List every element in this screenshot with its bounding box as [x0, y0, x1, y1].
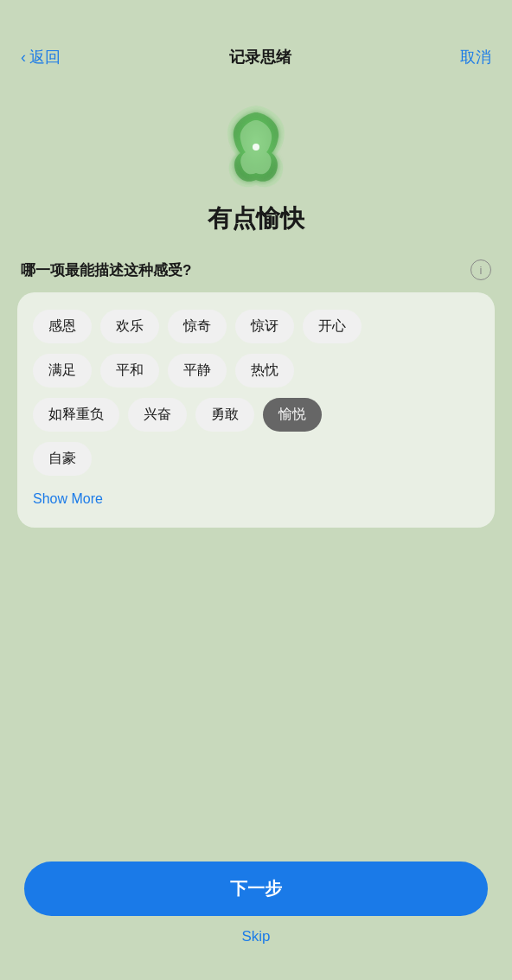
question-row: 哪一项最能描述这种感受? i: [0, 259, 512, 280]
question-text: 哪一项最能描述这种感受?: [21, 260, 191, 280]
next-button[interactable]: 下一步: [24, 862, 488, 916]
chip-如释重负[interactable]: 如释重负: [33, 398, 119, 432]
chip-满足[interactable]: 满足: [33, 354, 92, 388]
mood-flower-icon: [208, 99, 304, 194]
mood-label: 有点愉快: [0, 202, 512, 235]
chip-愉悦[interactable]: 愉悦: [263, 398, 322, 432]
chip-热忱[interactable]: 热忱: [235, 354, 294, 388]
chips-row-1: 感恩 欢乐 惊奇 惊讶 开心: [33, 310, 479, 343]
cancel-button[interactable]: 取消: [460, 47, 491, 67]
chip-开心[interactable]: 开心: [303, 310, 362, 343]
bottom-area: 下一步 Skip: [0, 844, 512, 980]
center-dot: [253, 144, 259, 151]
chips-container: 感恩 欢乐 惊奇 惊讶 开心 满足 平和 平静 热忱 如释重负 兴奋 勇敢 愉悦…: [17, 292, 495, 528]
show-more-button[interactable]: Show More: [33, 486, 103, 512]
chip-感恩[interactable]: 感恩: [33, 310, 92, 343]
chips-row-3: 如释重负 兴奋 勇敢 愉悦: [33, 398, 479, 432]
chip-兴奋[interactable]: 兴奋: [128, 398, 187, 432]
chip-平静[interactable]: 平静: [168, 354, 227, 388]
nav-bar: ‹ 返回 记录思绪 取消: [0, 0, 512, 81]
chip-平和[interactable]: 平和: [100, 354, 159, 388]
skip-button[interactable]: Skip: [24, 928, 488, 945]
chevron-left-icon: ‹: [21, 48, 26, 67]
info-icon[interactable]: i: [470, 259, 491, 280]
chip-自豪[interactable]: 自豪: [33, 442, 92, 476]
back-button[interactable]: ‹ 返回: [21, 47, 61, 67]
back-label: 返回: [29, 47, 61, 67]
mood-icon-area: [0, 99, 512, 194]
chips-row-2: 满足 平和 平静 热忱: [33, 354, 479, 388]
page-title: 记录思绪: [229, 47, 291, 67]
chip-欢乐[interactable]: 欢乐: [100, 310, 159, 343]
chip-勇敢[interactable]: 勇敢: [195, 398, 254, 432]
chip-惊奇[interactable]: 惊奇: [168, 310, 227, 343]
chip-惊讶[interactable]: 惊讶: [235, 310, 294, 343]
chips-row-4: 自豪: [33, 442, 479, 476]
